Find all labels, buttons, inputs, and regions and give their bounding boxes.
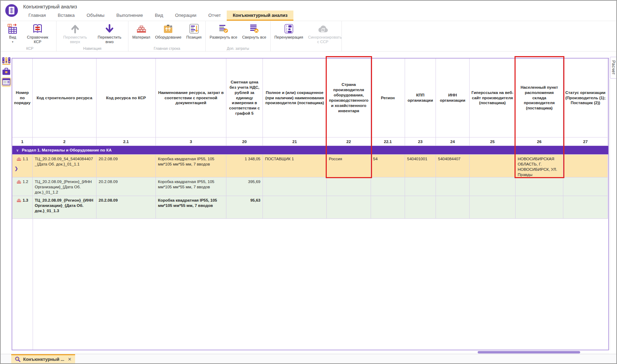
cell-1.1-col-22.1[interactable]: 54 bbox=[371, 155, 405, 177]
cell-1.3-col-22[interactable] bbox=[327, 196, 371, 219]
expand-all-button[interactable]: Развернуть все bbox=[207, 23, 239, 40]
column-header-22[interactable]: Страна производителя оборудования, произ… bbox=[327, 59, 371, 137]
ribbon-tab-6[interactable]: Операции bbox=[169, 11, 203, 21]
ribbon-tab-5[interactable]: Вид bbox=[149, 11, 169, 21]
cell-1.2-col-2[interactable]: ТЦ_20.2.08.09_{Регион}_{ИНН Организации}… bbox=[33, 177, 97, 196]
column-number-20[interactable]: 20 bbox=[226, 137, 263, 146]
cell-1.1-col-21[interactable]: ПОСТАВЩИК 1 bbox=[263, 155, 327, 177]
toolbar-group-label: Навигация bbox=[58, 46, 126, 51]
column-header-21[interactable]: Полное и (или) сокращенное (при наличии)… bbox=[263, 59, 327, 137]
chevron-down-icon: ▾ bbox=[12, 41, 13, 43]
column-number-27[interactable]: 27 bbox=[563, 137, 608, 146]
column-number-23[interactable]: 23 bbox=[405, 137, 436, 146]
renumber-button[interactable]: 123Перенумерация bbox=[272, 23, 305, 40]
cell-1.1-col-23[interactable]: 540401001 bbox=[405, 155, 436, 177]
cell-1.1-col-2.1[interactable]: 20.2.08.09 bbox=[97, 155, 156, 177]
cell-1.2-col-23[interactable] bbox=[405, 177, 436, 196]
cell-1.2-col-26[interactable] bbox=[516, 177, 563, 196]
row-id-cell-1.1[interactable]: 1.1❯ bbox=[12, 155, 33, 177]
app-logo-icon bbox=[5, 4, 18, 17]
cell-1.1-col-22[interactable]: Россия bbox=[327, 155, 371, 177]
cell-1.2-col-24[interactable] bbox=[436, 177, 470, 196]
cell-1.1-col-20[interactable]: 1 348,05 bbox=[226, 155, 263, 177]
cell-1.3-col-20[interactable]: 95,63 bbox=[226, 196, 263, 219]
column-header-2.1[interactable]: Код ресурса по КСР bbox=[97, 59, 156, 137]
expand-chevron-icon[interactable]: ❯ bbox=[14, 166, 31, 171]
equipment-crate-button[interactable]: Оборудование bbox=[153, 23, 184, 40]
cell-1.1-col-25[interactable] bbox=[470, 155, 516, 177]
column-header-2[interactable]: Код строительного ресурса bbox=[33, 59, 97, 137]
ribbon-tab-8[interactable]: Конъюнктурный анализ bbox=[227, 11, 293, 21]
cell-1.2-col-20[interactable]: 395,69 bbox=[226, 177, 263, 196]
cell-1.3-col-2[interactable]: ТЦ_20.2.08.09_{Регион}_{ИНН Организации}… bbox=[33, 196, 97, 219]
ribbon-toolbar: Вид▾Справочник КСРКСРПереместить вверхПе… bbox=[1, 21, 616, 52]
ribbon-tab-3[interactable]: Объёмы bbox=[81, 11, 111, 21]
cell-1.3-col-23[interactable] bbox=[405, 196, 436, 219]
cell-1.3-col-21[interactable] bbox=[263, 196, 327, 219]
reference-book-button[interactable]: Справочник КСР bbox=[21, 23, 54, 45]
table-view-button[interactable]: Вид▾ bbox=[5, 23, 20, 44]
rail-item-briefcase[interactable] bbox=[1, 67, 11, 76]
column-number-26[interactable]: 26 bbox=[516, 137, 563, 146]
column-header-3[interactable]: Наименование ресурса, затрат в соответст… bbox=[156, 59, 226, 137]
toolbar-group-label: Доп. затраты bbox=[207, 46, 268, 51]
move-down-button[interactable]: Переместить вниз bbox=[93, 23, 126, 45]
ribbon-tab-1[interactable]: Главная bbox=[22, 11, 52, 21]
column-number-22.1[interactable]: 22.1 bbox=[371, 137, 405, 146]
cell-1.2-col-22.1[interactable] bbox=[371, 177, 405, 196]
close-icon[interactable]: ✕ bbox=[68, 357, 72, 362]
rail-item-binders[interactable] bbox=[1, 56, 11, 66]
rail-item-sheet[interactable] bbox=[1, 77, 11, 87]
cell-1.3-col-22.1[interactable] bbox=[371, 196, 405, 219]
cell-1.1-col-26[interactable]: НОВОСИБИРСКАЯ ОБЛАСТЬ, Г. НОВОСИБИРСК, У… bbox=[516, 155, 563, 177]
cell-1.3-col-2.1[interactable]: 20.2.08.09 bbox=[97, 196, 156, 219]
ribbon-tab-4[interactable]: Выполнение bbox=[111, 11, 149, 21]
collapse-all-button[interactable]: Свернуть все bbox=[240, 23, 268, 40]
column-header-20[interactable]: Сметная цена без учета НДС, рублей за ед… bbox=[226, 59, 263, 137]
column-header-26[interactable]: Населенный пункт расположения склада про… bbox=[516, 59, 563, 137]
column-number-3[interactable]: 3 bbox=[156, 137, 226, 146]
ribbon-tab-7[interactable]: Отчет bbox=[203, 11, 227, 21]
column-header-23[interactable]: КПП организации bbox=[405, 59, 436, 137]
cell-1.1-col-24[interactable]: 5404084407 bbox=[436, 155, 470, 177]
column-number-25[interactable]: 25 bbox=[470, 137, 516, 146]
cell-1.2-col-2.1[interactable]: 20.2.08.09 bbox=[97, 177, 156, 196]
column-header-22.1[interactable]: Регион bbox=[371, 59, 405, 137]
cell-1.3-col-24[interactable] bbox=[436, 196, 470, 219]
column-number-2[interactable]: 2 bbox=[33, 137, 97, 146]
cell-1.2-col-25[interactable] bbox=[470, 177, 516, 196]
cell-1.2-col-3[interactable]: Коробка квадратная IP55, 105 мм*105 мм*5… bbox=[156, 177, 226, 196]
section-row[interactable]: ∨Раздел 1. Материалы и Оборудование по К… bbox=[12, 146, 608, 155]
position-list-button[interactable]: Позиция bbox=[184, 23, 204, 40]
column-header-24[interactable]: ИНН организации bbox=[436, 59, 470, 137]
cell-1.1-col-27[interactable] bbox=[563, 155, 608, 177]
cell-1.3-col-27[interactable] bbox=[563, 196, 608, 219]
cell-1.2-col-21[interactable] bbox=[263, 177, 327, 196]
column-header-27[interactable]: Статус организации (Производитель (1); П… bbox=[563, 59, 608, 137]
row-id-cell-1.3[interactable]: 1.3 bbox=[12, 196, 33, 219]
row-id-cell-1.2[interactable]: 1.2 bbox=[12, 177, 33, 196]
column-number-21[interactable]: 21 bbox=[263, 137, 327, 146]
column-number-24[interactable]: 24 bbox=[436, 137, 470, 146]
row-id-label: 1.1 bbox=[23, 156, 28, 162]
cell-1.2-col-22[interactable] bbox=[327, 177, 371, 196]
cell-1.1-col-3[interactable]: Коробка квадратная IP55, 105 мм*105 мм*5… bbox=[156, 155, 226, 177]
horizontal-scrollbar-thumb[interactable] bbox=[478, 351, 580, 353]
column-number-1[interactable]: 1 bbox=[12, 137, 33, 146]
material-bricks-button[interactable]: Материал bbox=[130, 23, 152, 40]
tab-raschet[interactable]: Расчет bbox=[610, 57, 617, 79]
magnifier-icon bbox=[15, 356, 21, 362]
toolbar-group-3: МатериалОборудованиеПозицияГлавная строк… bbox=[128, 21, 206, 51]
cell-1.3-col-25[interactable] bbox=[470, 196, 516, 219]
cell-1.1-col-2[interactable]: ТЦ_20.2.08.09_54_5404084407_{Дата Об. до… bbox=[33, 155, 97, 177]
cell-1.3-col-26[interactable] bbox=[516, 196, 563, 219]
column-header-1[interactable]: Номер по порядку bbox=[12, 59, 33, 137]
column-number-22[interactable]: 22 bbox=[327, 137, 371, 146]
ribbon-tab-2[interactable]: Вставка bbox=[52, 11, 80, 21]
bottom-tab-konyunkturnyj-analiz[interactable]: Конъюнктурный ... ✕ bbox=[11, 354, 75, 363]
cell-1.2-col-27[interactable] bbox=[563, 177, 608, 196]
cell-1.3-col-3[interactable]: Коробка квадратная IP55, 105 мм*105 мм*5… bbox=[156, 196, 226, 219]
toolbar-button-label: Материал bbox=[132, 35, 150, 40]
column-header-25[interactable]: Гиперссылка на веб-сайт производителя (п… bbox=[470, 59, 516, 137]
column-number-2.1[interactable]: 2.1 bbox=[97, 137, 156, 146]
